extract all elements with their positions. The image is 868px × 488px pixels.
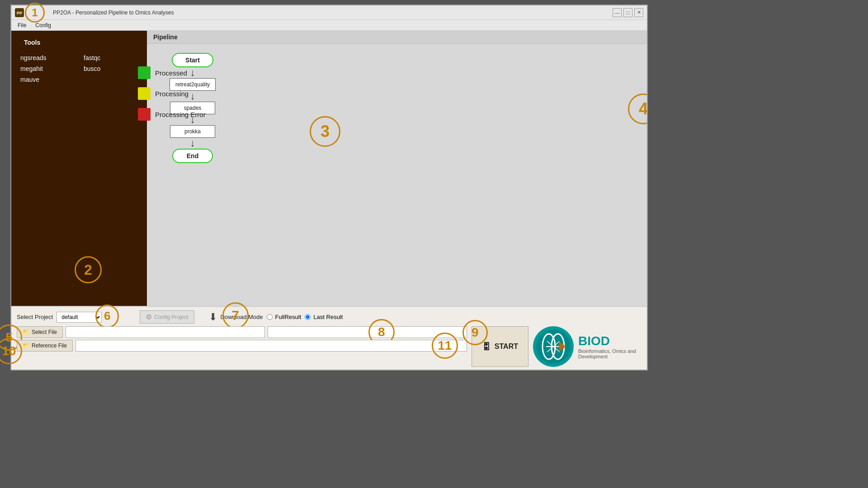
biod-text-group: BIOD Bioinformatics, Omics and Developme… (578, 334, 642, 359)
title-bar: PP 1 PP2OA - Personalized Pipeline to Om… (11, 5, 647, 20)
node-prokka[interactable]: prokka (170, 125, 215, 138)
pipeline-area: Pipeline Start ↓ retreat2quality ↓ spade… (147, 31, 647, 306)
badge-9: 9 (462, 320, 488, 345)
menu-bar: File Config (11, 20, 647, 31)
last-result-radio-group[interactable]: Last Result (305, 314, 343, 320)
legend-processed-label: Processed (155, 69, 187, 77)
select-project-group: Select Project default 6 (17, 312, 102, 323)
select-file-row: 5 📁 Select File 8 (17, 326, 467, 338)
file-input-1[interactable] (66, 326, 265, 338)
badge-11: 11 (432, 333, 458, 359)
processing-error-swatch (138, 108, 151, 121)
bottom-section: Select Project default 6 ⚙ Config Projec… (11, 306, 647, 370)
processing-swatch (138, 87, 151, 100)
tool-ngsreads[interactable]: ngsreads (20, 54, 75, 61)
last-result-radio[interactable] (305, 314, 311, 320)
maximize-button[interactable]: □ (623, 8, 632, 17)
reference-file-button[interactable]: 📁 Reference File (17, 340, 73, 352)
biod-title: BIOD (578, 334, 642, 348)
tool-fastqc[interactable]: fastqc (84, 54, 138, 61)
badge-3: 3 (310, 116, 340, 147)
minimize-button[interactable]: — (613, 8, 622, 17)
tool-busco[interactable]: busco (84, 65, 138, 72)
biod-logo: BIOD Bioinformatics, Omics and Developme… (533, 326, 642, 367)
legend-error-label: Processing Error (155, 111, 206, 118)
app-icon: PP (15, 8, 24, 17)
biod-subtitle: Bioinformatics, Omics and Development (578, 348, 642, 359)
processed-swatch (138, 66, 151, 79)
bottom-top-row: Select Project default 6 ⚙ Config Projec… (17, 310, 642, 324)
main-body: Tools ngsreads fastqc megahit busco mauv… (11, 31, 647, 306)
last-result-label: Last Result (313, 314, 343, 320)
main-window: PP 1 PP2OA - Personalized Pipeline to Om… (10, 5, 648, 371)
legend-processing-error: Processing Error (138, 108, 638, 121)
download-mode-section: ⬇ Download Mode FullResult Last Result 7 (209, 311, 343, 323)
sidebar: Tools ngsreads fastqc megahit busco mauv… (11, 31, 147, 306)
reference-file-row: 10 📁 Reference File 11 (17, 340, 467, 352)
node-start[interactable]: Start (172, 53, 213, 67)
start-icon: 🎛 (482, 342, 491, 352)
tool-mauve[interactable]: mauve (20, 76, 75, 83)
window-title: PP2OA - Personalized Pipeline to Omics A… (53, 9, 174, 16)
config-project-button[interactable]: ⚙ Config Project (140, 310, 194, 324)
badge-6: 6 (95, 305, 119, 328)
badge-1: 1 (25, 3, 45, 23)
badge-2: 2 (75, 256, 102, 283)
project-select[interactable]: default (57, 312, 102, 323)
window-controls: — □ ✕ (613, 8, 643, 17)
select-project-label: Select Project (17, 314, 53, 320)
legend-processed: Processed (138, 66, 638, 79)
pipeline-canvas: Start ↓ retreat2quality ↓ spades ↓ prokk… (147, 44, 647, 306)
folder-ref-icon: 📁 (23, 343, 29, 349)
close-button[interactable]: ✕ (634, 8, 643, 17)
pipeline-header: Pipeline (147, 31, 647, 44)
arrow-4: ↓ (190, 138, 195, 148)
legend-processing: Processing (138, 87, 638, 100)
legend-area: Processed Processing Processing Error 4 (138, 66, 638, 121)
tool-megahit[interactable]: megahit (20, 65, 75, 72)
full-result-radio[interactable] (267, 314, 273, 320)
start-label: START (495, 343, 518, 351)
download-icon: ⬇ (209, 311, 217, 323)
title-bar-left: PP 1 PP2OA - Personalized Pipeline to Om… (15, 5, 174, 20)
start-section: 🎛 START 9 (472, 326, 528, 367)
select-file-button[interactable]: 📁 Select File (17, 326, 63, 338)
select-file-label: Select File (32, 329, 57, 335)
tools-section: Tools (11, 35, 147, 50)
file-section: 5 📁 Select File 8 10 📁 Re (17, 326, 467, 367)
legend-processing-label: Processing (155, 90, 189, 98)
config-project-label: Config Project (154, 314, 188, 320)
biod-circle (533, 326, 574, 367)
ref-file-input[interactable] (75, 340, 467, 352)
tools-grid: ngsreads fastqc megahit busco mauve (11, 50, 147, 88)
reference-file-label: Reference File (32, 343, 67, 349)
svg-text:PP: PP (17, 11, 22, 15)
badge-7: 7 (222, 302, 249, 328)
bottom-main-row: 5 📁 Select File 8 10 📁 Re (17, 326, 642, 367)
node-end[interactable]: End (172, 149, 213, 163)
folder-icon: 📁 (23, 329, 29, 335)
menu-config[interactable]: Config (31, 21, 56, 29)
menu-file[interactable]: File (13, 21, 31, 29)
tools-label: Tools (19, 35, 46, 50)
full-result-radio-group[interactable]: FullResult (267, 314, 302, 320)
full-result-label: FullResult (275, 314, 302, 320)
gear-icon: ⚙ (146, 313, 152, 321)
